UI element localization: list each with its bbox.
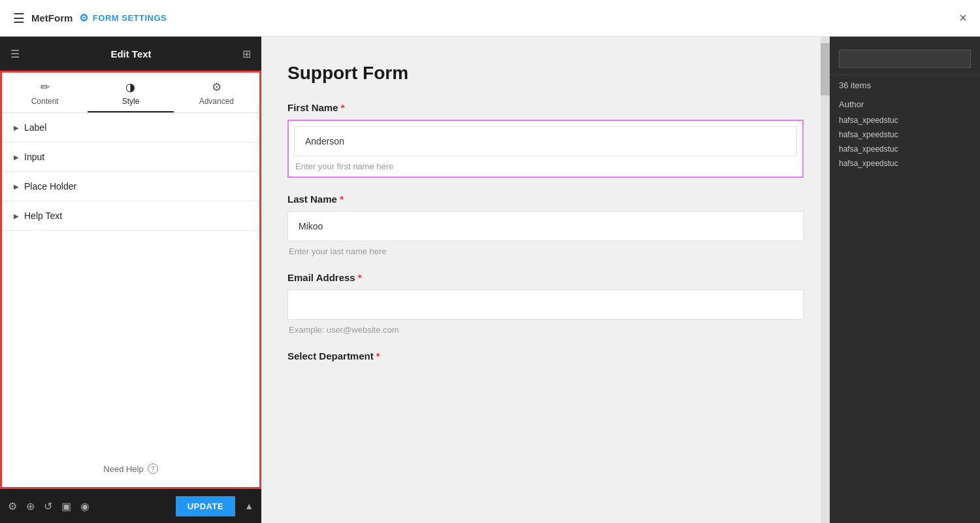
right-sidebar-search-input[interactable] (839, 50, 971, 68)
panel-header: ☰ Edit Text ⊞ (0, 37, 261, 71)
header-left: ☰ MetForm ⚙ FORM SETTINGS (13, 10, 167, 26)
accordion-helptext-text: Help Text (24, 211, 62, 221)
pencil-icon: ✏ (41, 80, 50, 94)
required-star-4: * (376, 350, 380, 362)
email-label: Email Address * (287, 272, 804, 283)
bottom-toolbar: ⚙ ⊕ ↺ ▣ ◉ UPDATE ▲ (0, 489, 261, 523)
layers-icon[interactable]: ⊕ (26, 500, 35, 513)
first-name-placeholder: Enter your first name here (294, 160, 797, 171)
email-placeholder: Example: user@website.com (287, 324, 804, 335)
required-star-2: * (340, 194, 344, 205)
arrow-icon-placeholder: ▶ (14, 183, 19, 190)
right-sidebar-search (830, 43, 980, 75)
arrow-icon-label: ▶ (14, 124, 19, 131)
tab-content[interactable]: ✏ Content (2, 73, 88, 112)
close-button[interactable]: × (959, 10, 967, 25)
last-name-label: Last Name * (287, 194, 804, 205)
arrow-icon-helptext: ▶ (14, 212, 19, 220)
field-last-name: Last Name * Enter your last name here (287, 194, 804, 256)
main-layout: ☰ Edit Text ⊞ ✏ Content ◑ Style ⚙ Advanc… (0, 37, 980, 523)
accordion-helptext[interactable]: ▶ Help Text (2, 201, 259, 231)
arrow-icon-input: ▶ (14, 154, 19, 161)
field-department: Select Department * (287, 350, 804, 362)
accordion-label[interactable]: ▶ Label (2, 113, 259, 143)
form-settings-button[interactable]: ⚙ FORM SETTINGS (79, 12, 167, 24)
tabs-row: ✏ Content ◑ Style ⚙ Advanced (2, 73, 259, 113)
top-header: ☰ MetForm ⚙ FORM SETTINGS × (0, 0, 980, 37)
required-star-3: * (358, 272, 362, 283)
update-button[interactable]: UPDATE (176, 496, 235, 516)
panel-content: ✏ Content ◑ Style ⚙ Advanced ▶ Label (0, 71, 261, 489)
department-label: Select Department * (287, 350, 804, 362)
history-icon[interactable]: ↺ (44, 500, 52, 513)
accordion-input-text: Input (24, 152, 44, 162)
first-name-input[interactable] (294, 126, 797, 156)
grid-icon[interactable]: ⊞ (242, 48, 251, 60)
right-sidebar: 36 items Author hafsa_xpeedstuc hafsa_xp… (830, 37, 980, 523)
hamburger-icon: ☰ (13, 10, 25, 26)
field-first-name: First Name * Enter your first name here (287, 102, 804, 178)
right-sidebar-value-1: hafsa_xpeedstuc (830, 113, 980, 127)
accordion-list: ▶ Label ▶ Input ▶ Place Holder (2, 113, 259, 450)
last-name-placeholder: Enter your last name here (287, 245, 804, 256)
last-name-input[interactable] (287, 211, 804, 241)
right-sidebar-value-2: hafsa_xpeedstuc (830, 127, 980, 142)
first-name-highlighted-wrapper: Enter your first name here (287, 120, 804, 178)
form-settings-label: FORM SETTINGS (93, 13, 167, 23)
device-icon[interactable]: ▣ (61, 500, 71, 513)
email-input[interactable] (287, 290, 804, 320)
accordion-placeholder[interactable]: ▶ Place Holder (2, 172, 259, 201)
accordion-label-text: Label (24, 122, 46, 133)
scrollbar-thumb[interactable] (821, 43, 830, 95)
help-circle-icon: ? (148, 464, 158, 474)
left-panel: ☰ Edit Text ⊞ ✏ Content ◑ Style ⚙ Advanc… (0, 37, 261, 523)
first-name-label: First Name * (287, 102, 804, 113)
accordion-placeholder-text: Place Holder (24, 181, 76, 192)
panel-title: Edit Text (110, 48, 151, 59)
cog-icon: ⚙ (212, 80, 221, 94)
form-title: Support Form (287, 63, 804, 84)
app-name: MetForm (31, 12, 73, 24)
menu-icon[interactable]: ☰ (10, 48, 20, 60)
chevron-up-icon[interactable]: ▲ (244, 501, 253, 511)
right-sidebar-value-4: hafsa_xpeedstuc (830, 156, 980, 171)
right-sidebar-count: 36 items (830, 75, 980, 95)
accordion-input[interactable]: ▶ Input (2, 143, 259, 172)
required-star: * (341, 102, 345, 113)
eye-icon[interactable]: ◉ (80, 500, 90, 513)
field-email: Email Address * Example: user@website.co… (287, 272, 804, 335)
need-help-label: Need Help (103, 464, 143, 474)
half-circle-icon: ◑ (125, 80, 135, 94)
need-help[interactable]: Need Help ? (2, 450, 259, 487)
tab-advanced[interactable]: ⚙ Advanced (174, 73, 259, 112)
right-sidebar-author-label: Author (830, 95, 980, 113)
gear-icon: ⚙ (79, 12, 89, 24)
center-area: Support Form First Name * Enter your fir… (261, 37, 830, 523)
settings-icon[interactable]: ⚙ (8, 500, 17, 513)
scrollbar-track (821, 37, 830, 523)
tab-style[interactable]: ◑ Style (88, 73, 173, 112)
right-sidebar-value-3: hafsa_xpeedstuc (830, 142, 980, 156)
